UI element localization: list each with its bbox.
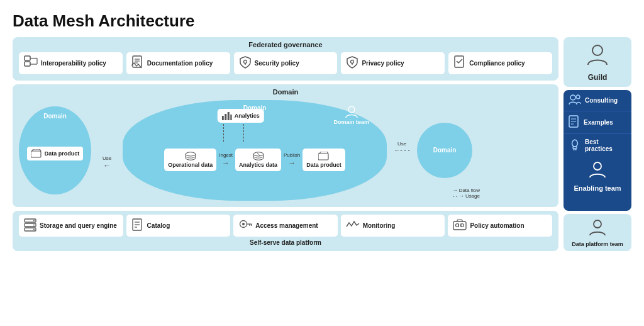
security-label: Security policy — [255, 60, 299, 67]
guild-box: Guild — [564, 37, 631, 87]
analytics-card: Analytics — [218, 109, 264, 123]
catalog-label: Catalog — [147, 222, 170, 230]
self-serve-storage: Storage and query engine — [19, 215, 123, 237]
best-practices-label: Best practices — [585, 138, 626, 152]
left-product-label: Data product — [45, 150, 80, 157]
svg-rect-1 — [25, 62, 30, 66]
domain-team: Domain team — [333, 105, 369, 125]
data-platform-person-icon — [588, 218, 607, 239]
svg-rect-18 — [230, 115, 232, 120]
publish-label: Publish — [284, 152, 300, 158]
policy-card-security: Security policy — [234, 52, 338, 74]
svg-point-19 — [348, 106, 355, 113]
svg-point-28 — [33, 225, 35, 226]
policy-auto-icon — [453, 218, 467, 233]
use-label-right: Use — [397, 141, 406, 147]
policy-card-interoperability: Interoperability policy — [19, 52, 123, 74]
svg-line-22 — [257, 152, 260, 155]
left-area: Federated governance Interoperability po… — [13, 37, 558, 251]
publish-arrow: Publish → — [284, 152, 300, 167]
right-panel: Guild Consulting Examples — [564, 37, 631, 251]
storage-icon — [24, 218, 36, 233]
interoperability-label: Interoperability policy — [41, 60, 106, 67]
svg-point-11 — [351, 60, 354, 64]
operational-data-label: Operational data — [168, 162, 213, 168]
enabling-item-consulting: Consulting — [564, 90, 631, 111]
federated-title: Federated governance — [19, 41, 552, 48]
page: Data Mesh Architecture Federated governa… — [0, 0, 644, 326]
svg-point-43 — [570, 95, 575, 100]
catalog-icon — [131, 218, 144, 233]
page-title: Data Mesh Architecture — [13, 11, 631, 31]
policy-card-documentation: Documentation policy — [126, 52, 230, 74]
guild-person-icon — [586, 42, 609, 70]
main-layout: Federated governance Interoperability po… — [13, 37, 631, 251]
domain-inner: Domain Data product Use ← Domain — [19, 98, 552, 202]
svg-rect-14 — [31, 151, 41, 157]
svg-rect-23 — [318, 154, 328, 160]
ingest-label: Ingest — [219, 152, 233, 158]
monitoring-label: Monitoring — [363, 222, 396, 230]
self-serve-policy-auto: Policy automation — [448, 215, 552, 237]
usage-label: Usage — [465, 193, 480, 199]
enabling-panel: Consulting Examples Best practices — [564, 90, 631, 211]
enabling-item-best-practices: Best practices — [564, 134, 631, 156]
data-flow-label: Data flow — [459, 188, 480, 193]
monitoring-icon — [346, 220, 360, 231]
use-flow-left: Use ← — [95, 155, 119, 170]
right-domain-oval: Domain — [417, 123, 472, 178]
consulting-icon — [569, 94, 581, 107]
vertical-dashed2 — [243, 124, 244, 142]
federated-governance-section: Federated governance Interoperability po… — [13, 37, 558, 81]
access-label: Access management — [255, 222, 318, 230]
enabling-team-label: Enabling team — [574, 184, 621, 192]
analytics-label: Analytics — [235, 113, 260, 119]
domain-area-title: Domain — [19, 88, 552, 96]
policy-auto-label: Policy automation — [470, 222, 524, 230]
consulting-label: Consulting — [585, 97, 618, 104]
svg-point-54 — [594, 220, 601, 228]
vertical-dashed-arrow — [223, 124, 224, 142]
self-serve-section: Storage and query engine Catalog Access … — [13, 211, 558, 251]
enabling-team-box: Enabling team — [564, 156, 631, 196]
examples-label: Examples — [584, 119, 613, 126]
svg-point-35 — [242, 223, 245, 225]
big-domain-oval: Domain Analytics Domain team — [123, 100, 387, 201]
svg-point-29 — [33, 229, 35, 230]
privacy-label: Privacy policy — [362, 60, 404, 67]
data-flow-legend: → Data flow - - → Usage — [452, 188, 480, 199]
enabling-team-icon — [588, 160, 607, 183]
self-serve-items-list: Storage and query engine Catalog Access … — [19, 215, 552, 237]
data-product-card: Data product — [303, 149, 345, 171]
access-icon — [238, 218, 252, 233]
flow-boxes-row: Operational data Ingest → Analytics data — [153, 149, 357, 171]
compliance-label: Compliance policy — [469, 60, 525, 67]
left-domain-oval: Domain Data product — [19, 106, 91, 194]
analytics-data-label: Analytics data — [239, 162, 277, 168]
guild-label: Guild — [588, 73, 608, 82]
svg-point-42 — [592, 45, 602, 55]
documentation-label: Documentation policy — [147, 60, 213, 67]
operational-data-card: Operational data — [164, 149, 216, 171]
policy-card-compliance: Compliance policy — [448, 52, 552, 74]
documentation-icon — [131, 55, 144, 71]
left-data-product-card: Data product — [27, 147, 84, 160]
analytics-data-card: Analytics data — [235, 149, 281, 171]
svg-point-27 — [33, 220, 35, 222]
data-platform-team-label: Data platform team — [572, 241, 623, 247]
svg-point-53 — [594, 162, 601, 170]
use-label-left: Use — [103, 155, 111, 161]
data-product-label: Data product — [306, 162, 341, 168]
domain-area: Domain Domain Data product Use ← — [13, 84, 558, 207]
storage-label: Storage and query engine — [40, 222, 117, 230]
svg-rect-17 — [228, 112, 230, 120]
svg-point-9 — [243, 60, 247, 64]
svg-rect-15 — [222, 116, 224, 120]
ingest-arrow: Ingest → — [219, 152, 233, 167]
data-platform-team-box: Data platform team — [564, 214, 631, 251]
policy-cards-list: Interoperability policy Documentation po… — [19, 52, 552, 74]
domain-team-label: Domain team — [333, 119, 369, 125]
policy-card-privacy: Privacy policy — [341, 52, 445, 74]
interoperability-icon — [24, 55, 38, 71]
best-practices-icon — [569, 138, 581, 152]
